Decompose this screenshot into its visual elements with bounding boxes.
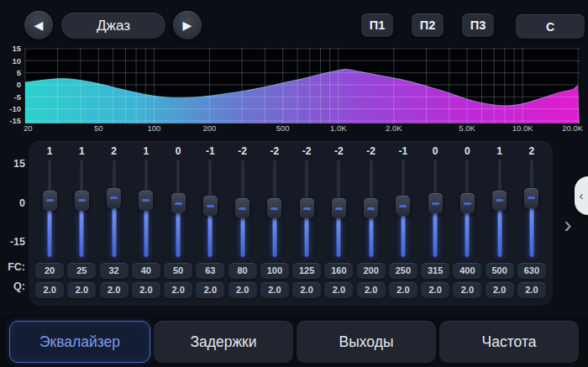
- tab-delays[interactable]: Задержки: [154, 321, 293, 363]
- fc-row-label: FC:: [2, 261, 25, 273]
- eq-slider-track[interactable]: [460, 160, 475, 257]
- fc-value-button[interactable]: 20: [35, 263, 64, 279]
- memory-preset-3-button[interactable]: П3: [462, 13, 494, 37]
- eq-slider-track[interactable]: [364, 160, 378, 257]
- eq-slider-track[interactable]: [267, 160, 281, 257]
- eq-slider-handle[interactable]: [235, 198, 249, 218]
- eq-slider-handle[interactable]: [171, 193, 186, 213]
- eq-slider-handle[interactable]: [460, 193, 475, 213]
- eq-slider-handle[interactable]: [332, 198, 346, 218]
- fc-value-button[interactable]: 25: [67, 263, 96, 279]
- eq-slider-track[interactable]: [107, 160, 121, 257]
- eq-slider-handle[interactable]: [396, 196, 410, 216]
- q-value-button[interactable]: 2.0: [260, 282, 289, 298]
- eq-slider-handle[interactable]: [428, 193, 443, 213]
- eq-slider-handle[interactable]: [75, 191, 89, 211]
- eq-slider-track[interactable]: [492, 160, 507, 257]
- q-value-button[interactable]: 2.0: [292, 282, 321, 298]
- eq-band: -21002.0: [259, 144, 291, 298]
- eq-slider-track[interactable]: [524, 160, 538, 257]
- memory-preset-2-button[interactable]: П2: [412, 13, 444, 37]
- gain-axis-zero-label: 0: [2, 197, 25, 209]
- slider-handle-grip: [335, 207, 343, 210]
- eq-band: -21602.0: [323, 144, 354, 298]
- eq-slider-handle[interactable]: [203, 196, 218, 216]
- fc-value-button[interactable]: 500: [486, 263, 514, 279]
- eq-bands: 1202.01252.02322.01402.00502.0-1632.0-28…: [34, 144, 548, 298]
- q-value-button[interactable]: 2.0: [67, 282, 96, 298]
- tab-delays-label: Задержки: [190, 333, 256, 351]
- eq-slider-track[interactable]: [75, 160, 89, 257]
- eq-slider-track[interactable]: [43, 160, 57, 257]
- memory-preset-1-button[interactable]: П1: [361, 13, 393, 37]
- svg-text:0: 0: [17, 80, 21, 89]
- q-value-button[interactable]: 2.0: [357, 282, 386, 298]
- eq-slider-handle[interactable]: [107, 188, 121, 208]
- fc-value-button[interactable]: 315: [421, 263, 449, 279]
- q-value-button[interactable]: 2.0: [228, 282, 257, 298]
- q-value-button[interactable]: 2.0: [453, 282, 481, 298]
- q-value-button[interactable]: 2.0: [324, 282, 353, 298]
- eq-slider-track[interactable]: [396, 160, 410, 257]
- tab-frequency[interactable]: Частота: [439, 321, 579, 363]
- slider-handle-grip: [207, 205, 214, 207]
- q-value-button[interactable]: 2.0: [486, 282, 514, 298]
- fc-value-button[interactable]: 125: [292, 263, 321, 279]
- preset-prev-button[interactable]: ◀: [24, 11, 53, 39]
- fc-value-button[interactable]: 630: [517, 263, 546, 279]
- reset-icon: C: [546, 20, 554, 34]
- eq-slider-track[interactable]: [139, 160, 153, 257]
- memory-preset-2-label: П2: [420, 18, 436, 32]
- eq-slider-track[interactable]: [428, 160, 443, 257]
- tab-equalizer[interactable]: Эквалайзер: [9, 321, 150, 363]
- eq-slider-handle[interactable]: [492, 191, 507, 211]
- svg-text:15: 15: [12, 44, 21, 53]
- eq-slider-handle[interactable]: [43, 191, 57, 211]
- reset-button[interactable]: C: [516, 14, 585, 39]
- svg-text:5: 5: [17, 68, 22, 77]
- svg-text:-5: -5: [14, 92, 22, 102]
- preset-selector[interactable]: Джаз: [61, 13, 165, 39]
- fc-value-button[interactable]: 160: [324, 263, 353, 279]
- eq-slider-handle[interactable]: [267, 198, 281, 218]
- fc-value-button[interactable]: 63: [196, 263, 224, 279]
- fc-value-button[interactable]: 200: [357, 263, 386, 279]
- drawer-handle[interactable]: ‹: [575, 176, 588, 215]
- q-value-button[interactable]: 2.0: [389, 282, 417, 298]
- fc-value-button[interactable]: 250: [389, 263, 417, 279]
- gain-axis-min-label: -15: [2, 236, 25, 248]
- tab-outputs[interactable]: Выходы: [297, 321, 436, 363]
- q-row-label: Q:: [2, 280, 25, 292]
- band-gain-value: -2: [334, 144, 344, 158]
- eq-slider-handle[interactable]: [300, 198, 314, 218]
- eq-slider-track[interactable]: [300, 160, 314, 257]
- eq-slider-track[interactable]: [171, 160, 186, 257]
- q-value-button[interactable]: 2.0: [132, 282, 160, 298]
- slider-handle-grip: [142, 199, 150, 202]
- next-bands-button[interactable]: ›: [558, 210, 578, 240]
- fc-value-button[interactable]: 80: [228, 263, 257, 279]
- svg-text:20.0K: 20.0K: [562, 123, 583, 133]
- eq-slider-handle[interactable]: [524, 188, 538, 208]
- eq-slider-track[interactable]: [235, 160, 249, 257]
- q-value-button[interactable]: 2.0: [196, 282, 224, 298]
- fc-value-button[interactable]: 50: [164, 263, 192, 279]
- fc-value-button[interactable]: 32: [100, 263, 129, 279]
- band-gain-value: 2: [111, 144, 117, 158]
- svg-text:10: 10: [12, 56, 21, 66]
- fc-value-button[interactable]: 40: [132, 263, 160, 279]
- preset-next-button[interactable]: ▶: [173, 11, 202, 39]
- band-gain-value: 0: [176, 144, 181, 158]
- eq-slider-track[interactable]: [203, 160, 218, 257]
- q-value-button[interactable]: 2.0: [35, 282, 64, 298]
- q-value-button[interactable]: 2.0: [517, 282, 546, 298]
- q-value-button[interactable]: 2.0: [164, 282, 192, 298]
- q-value-button[interactable]: 2.0: [421, 282, 449, 298]
- eq-band: 1252.0: [66, 144, 97, 298]
- q-value-button[interactable]: 2.0: [100, 282, 129, 298]
- eq-slider-handle[interactable]: [139, 191, 153, 211]
- eq-slider-handle[interactable]: [364, 198, 378, 218]
- fc-value-button[interactable]: 400: [453, 263, 481, 279]
- eq-slider-track[interactable]: [332, 160, 346, 257]
- fc-value-button[interactable]: 100: [260, 263, 289, 279]
